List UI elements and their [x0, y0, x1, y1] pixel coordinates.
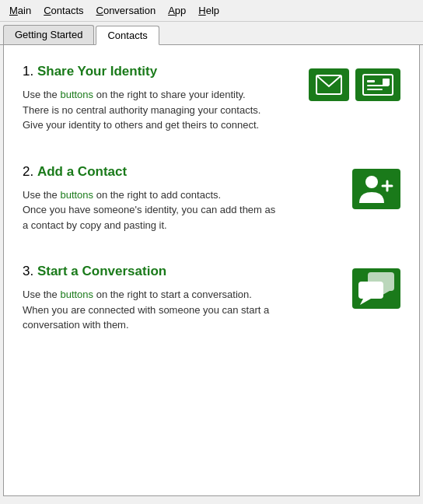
menu-app[interactable]: App [162, 3, 192, 18]
tabbar: Getting Started Contacts [0, 22, 423, 45]
add-contact-svg [358, 173, 395, 205]
svg-marker-12 [360, 299, 371, 305]
svg-rect-4 [367, 89, 383, 90]
section-2-desc: Use the buttons on the right to add cont… [23, 187, 310, 233]
add-contact-icon-button[interactable] [352, 169, 400, 209]
menu-main[interactable]: Main [3, 3, 37, 18]
section-share-identity: 1. Share Your Identity Use the buttons o… [23, 64, 400, 133]
section-2-icons [352, 164, 400, 209]
menubar: Main Contacts Conversation App Help [0, 0, 423, 22]
section-1-desc: Use the buttons on the right to share yo… [23, 87, 309, 133]
section-1-icons [309, 64, 400, 101]
tab-getting-started[interactable]: Getting Started [3, 25, 94, 44]
email-icon-button[interactable] [309, 68, 349, 101]
svg-rect-2 [367, 80, 375, 82]
section-3-desc: Use the buttons on the right to start a … [23, 287, 310, 333]
svg-rect-5 [383, 79, 390, 86]
section-3-icons [352, 264, 400, 309]
section-3-buttons-link[interactable]: buttons [60, 289, 93, 300]
conversation-svg [357, 272, 396, 305]
section-add-contact: 2. Add a Contact Use the buttons on the … [23, 164, 400, 233]
menu-conversation[interactable]: Conversation [90, 3, 163, 18]
section-2-title: 2. Add a Contact [23, 164, 310, 180]
section-1-title: 1. Share Your Identity [23, 64, 309, 79]
card-icon-button[interactable] [355, 68, 400, 101]
menu-contacts[interactable]: Contacts [37, 3, 89, 18]
section-3-title: 3. Start a Conversation [23, 264, 310, 279]
email-svg [316, 75, 342, 95]
section-start-conversation: 3. Start a Conversation Use the buttons … [23, 264, 400, 333]
menu-help[interactable]: Help [192, 3, 225, 18]
conversation-icon-button[interactable] [352, 268, 400, 309]
section-2-buttons-link[interactable]: buttons [60, 189, 93, 201]
section-1-text: 1. Share Your Identity Use the buttons o… [23, 64, 309, 133]
svg-rect-11 [358, 282, 383, 299]
section-1-buttons-link[interactable]: buttons [60, 89, 93, 100]
section-3-text: 3. Start a Conversation Use the buttons … [23, 264, 310, 333]
section-2-text: 2. Add a Contact Use the buttons on the … [23, 164, 310, 233]
tab-contacts[interactable]: Contacts [96, 26, 159, 45]
content-area: 1. Share Your Identity Use the buttons o… [3, 45, 420, 496]
svg-point-6 [365, 176, 378, 188]
card-svg [362, 74, 393, 96]
